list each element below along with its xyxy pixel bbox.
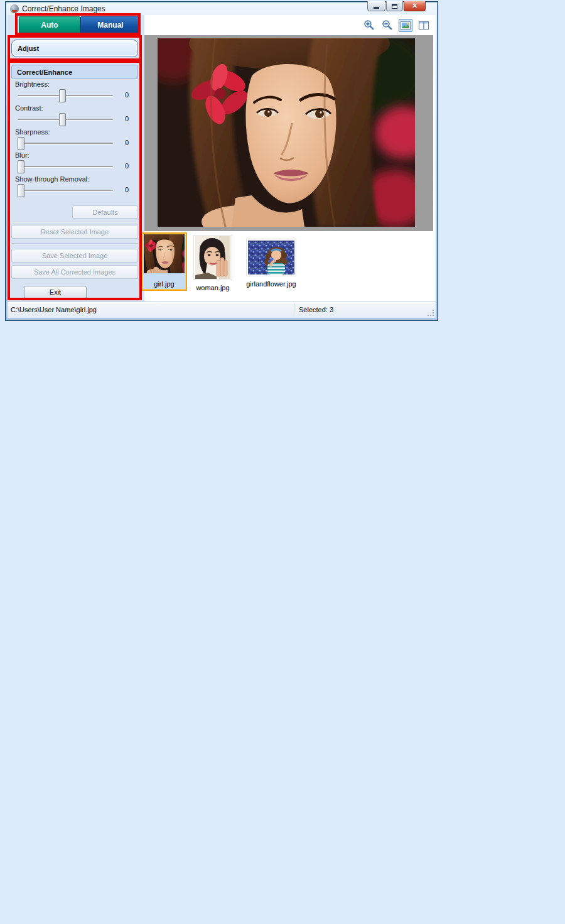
brightness-slider[interactable] [18,95,113,97]
tab-manual[interactable]: Manual [80,16,141,33]
show-through-removal-value: 0 [119,186,134,193]
adjust-button[interactable]: Adjust [11,40,138,57]
preview-canvas[interactable] [144,35,433,231]
thumbnail-woman[interactable]: woman.jpg [191,235,234,291]
brightness-label: Brightness: [15,80,50,88]
panel-separator [11,243,138,244]
thumbnail-strip: girl.jpg [144,231,433,302]
restore-icon [392,4,397,9]
exit-button[interactable]: Exit [24,286,87,298]
thumbnail-woman-image [193,235,232,280]
status-divider [294,303,294,317]
thumbnail-label: girl.jpg [143,280,186,288]
correct-enhance-dialog: Correct/Enhance Images ✕ Auto Manual Adj… [5,1,438,321]
preview-toolbar [144,15,433,35]
thumbnail-girl-image [144,234,185,273]
show-through-removal-label: Show-through Removal: [15,175,89,183]
zoom-in-icon[interactable] [362,19,376,32]
blur-slider-group: Blur: 0 [8,151,144,175]
blur-slider[interactable] [18,166,113,168]
close-button[interactable]: ✕ [404,1,426,11]
minimize-icon [374,7,379,9]
show-through-removal-slider[interactable] [18,190,113,192]
slider-thumb[interactable] [59,89,66,102]
panel-separator [11,222,138,223]
preview-image [158,38,415,227]
brightness-slider-group: Brightness: 0 [8,80,144,104]
reset-selected-image-button[interactable]: Reset Selected Image [11,225,138,239]
thumbnail-label: girlandflower.jpg [245,280,298,288]
slider-thumb[interactable] [18,184,24,197]
settings-panel: Auto Manual Adjust Correct/Enhance Brigh… [8,15,144,302]
resize-grip-icon[interactable] [427,309,434,317]
blur-label: Blur: [15,151,30,159]
status-file-path: C:\Users\User Name\girl.jpg [11,306,97,313]
app-face-icon [10,4,19,13]
preview-area: girl.jpg [144,15,436,302]
zoom-out-icon[interactable] [380,19,394,32]
contrast-label: Contrast: [15,104,43,112]
slider-thumb[interactable] [18,160,24,173]
window-title: Correct/Enhance Images [22,4,105,13]
title-bar[interactable]: Correct/Enhance Images ✕ [8,2,436,15]
window-controls: ✕ [367,1,426,11]
save-selected-image-button[interactable]: Save Selected Image [11,249,138,263]
contrast-slider-group: Contrast: 0 [8,104,144,128]
correct-enhance-button[interactable]: Correct/Enhance [11,65,138,79]
show-through-removal-slider-group: Show-through Removal: 0 [8,175,144,199]
status-bar: C:\Users\User Name\girl.jpg Selected: 3 [8,302,436,318]
close-icon: ✕ [412,3,417,9]
thumbnail-label: woman.jpg [191,284,234,291]
sharpness-slider[interactable] [18,143,113,144]
sharpness-slider-group: Sharpness: 0 [8,128,144,152]
thumbnail-girl[interactable]: girl.jpg [141,232,187,291]
blur-value: 0 [119,162,134,170]
brightness-value: 0 [119,91,134,99]
save-all-corrected-images-button[interactable]: Save All Corrected Images [11,265,138,279]
minimize-button[interactable] [367,1,385,11]
contrast-value: 0 [119,115,134,122]
compare-view-icon[interactable] [417,19,431,32]
contrast-slider[interactable] [18,119,113,121]
sharpness-value: 0 [119,139,134,146]
slider-thumb[interactable] [59,113,66,126]
sharpness-label: Sharpness: [15,128,50,136]
whole-image-view-icon[interactable] [399,19,412,32]
tab-auto[interactable]: Auto [19,16,80,33]
thumbnail-girlandflower[interactable]: girlandflower.jpg [245,235,298,288]
status-selected-count: Selected: 3 [299,306,333,313]
defaults-button[interactable]: Defaults [72,205,138,219]
dialog-body: Auto Manual Adjust Correct/Enhance Brigh… [8,15,436,318]
thumbnail-girlandflower-image [246,239,296,276]
restore-button[interactable] [386,1,403,11]
slider-thumb[interactable] [18,137,24,150]
